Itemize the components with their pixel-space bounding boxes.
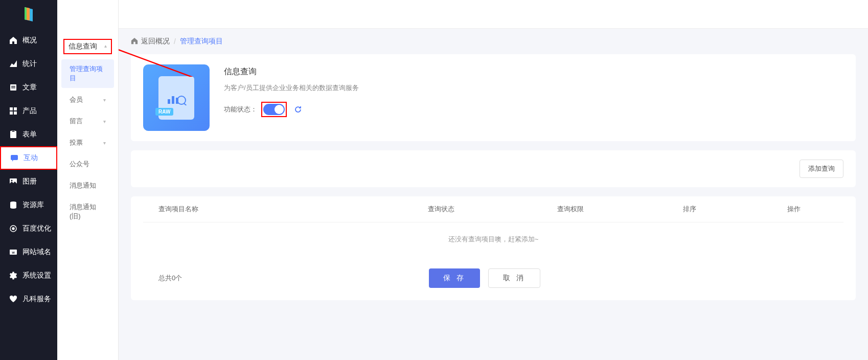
breadcrumb-current: 管理查询项目 — [180, 37, 223, 46]
svg-rect-8 — [12, 130, 15, 132]
home-icon — [9, 36, 17, 44]
sub-item-label: 投票 — [70, 138, 83, 147]
sub-item-member[interactable]: 会员 ▾ — [61, 90, 114, 109]
chart-icon — [9, 60, 17, 68]
nav-service[interactable]: 凡科服务 — [0, 287, 57, 311]
nav-stats[interactable]: 统计 — [0, 52, 57, 76]
svg-line-21 — [184, 103, 187, 105]
sub-sidebar-header[interactable]: 信息查询 ▾ — [63, 39, 112, 54]
logo — [0, 0, 57, 29]
topbar — [119, 0, 868, 29]
nav-seo[interactable]: 百度优化 — [0, 217, 57, 240]
www-icon: W — [9, 248, 17, 256]
chevron-down-icon: ▾ — [103, 140, 106, 146]
svg-rect-4 — [14, 107, 17, 110]
refresh-icon[interactable] — [294, 105, 303, 114]
chevron-up-icon: ▾ — [104, 44, 107, 50]
sub-item-wechat[interactable]: 公众号 — [61, 154, 114, 174]
nav-label: 统计 — [22, 59, 37, 69]
nav-label: 产品 — [22, 106, 37, 116]
nav-overview[interactable]: 概况 — [0, 29, 57, 52]
breadcrumb-back[interactable]: 返回概况 — [141, 37, 170, 46]
action-bar: 添加查询 — [131, 150, 856, 187]
info-title: 信息查询 — [224, 66, 843, 77]
svg-point-14 — [12, 228, 14, 230]
svg-rect-18 — [172, 96, 174, 104]
heart-icon — [9, 295, 17, 303]
sub-item-manage-query[interactable]: 管理查询项目 — [61, 59, 114, 88]
svg-rect-6 — [14, 111, 17, 115]
nav-resource[interactable]: 资源库 — [0, 193, 57, 217]
table-empty: 还没有查询项目噢，赶紧添加~ — [143, 222, 843, 256]
table-total: 总共0个 — [158, 274, 182, 283]
gear-icon — [9, 272, 17, 280]
nav-label: 图册 — [22, 177, 37, 186]
nav-interact[interactable]: 互动 — [0, 146, 57, 170]
sub-item-label: 消息通知(旧) — [70, 202, 106, 221]
home-icon — [131, 37, 138, 46]
sub-item-vote[interactable]: 投票 ▾ — [61, 133, 114, 152]
nav-label: 凡科服务 — [22, 295, 51, 304]
th-status: 查询状态 — [377, 205, 506, 214]
nav-settings[interactable]: 系统设置 — [0, 264, 57, 287]
nav-label: 表单 — [22, 130, 37, 139]
nav-label: 系统设置 — [22, 271, 51, 280]
svg-rect-17 — [168, 99, 170, 104]
svg-rect-2 — [11, 87, 15, 88]
breadcrumb: 返回概况 / 管理查询项目 — [119, 29, 868, 54]
doc-icon — [9, 83, 17, 92]
nav-label: 百度优化 — [22, 224, 51, 233]
sub-item-label: 管理查询项目 — [70, 64, 106, 83]
cancel-button[interactable]: 取 消 — [488, 268, 540, 288]
info-desc: 为客户/员工提供企业业务相关的数据查询服务 — [224, 83, 843, 93]
chat-icon — [10, 154, 18, 162]
nav-form[interactable]: 表单 — [0, 123, 57, 146]
logo-icon — [22, 7, 35, 21]
nav-label: 资源库 — [22, 200, 44, 210]
grid-icon — [9, 107, 17, 115]
sidebar-primary: 概况 统计 文章 产品 表单 互动 图册 资源库 — [0, 0, 57, 360]
th-name: 查询项目名称 — [143, 205, 377, 214]
nav-label: 概况 — [22, 36, 37, 45]
status-label: 功能状态： — [224, 105, 257, 114]
form-icon — [9, 130, 17, 139]
doc-badge: RAW — [155, 108, 173, 116]
breadcrumb-sep: / — [174, 37, 176, 46]
sub-item-notify-old[interactable]: 消息通知(旧) — [61, 197, 114, 226]
main-content: 返回概况 / 管理查询项目 RAW 信息查询 为客户/员工提供企业业务相关的数据… — [119, 0, 868, 360]
th-action: 操作 — [744, 205, 843, 214]
table-card: 查询项目名称 查询状态 查询权限 排序 操作 还没有查询项目噢，赶紧添加~ 总共… — [131, 196, 856, 300]
svg-rect-9 — [11, 155, 18, 160]
target-icon — [9, 224, 17, 233]
add-query-button[interactable]: 添加查询 — [800, 160, 843, 178]
nav-article[interactable]: 文章 — [0, 76, 57, 99]
image-icon — [9, 177, 17, 186]
nav-domain[interactable]: W 网站域名 — [0, 240, 57, 264]
nav-label: 互动 — [24, 153, 38, 163]
nav-product[interactable]: 产品 — [0, 99, 57, 123]
save-button[interactable]: 保 存 — [429, 268, 480, 288]
svg-point-11 — [11, 180, 13, 182]
status-toggle[interactable] — [263, 104, 285, 115]
table-header: 查询项目名称 查询状态 查询权限 排序 操作 — [143, 196, 843, 222]
nav-gallery[interactable]: 图册 — [0, 170, 57, 193]
th-permission: 查询权限 — [506, 205, 635, 214]
chevron-down-icon: ▾ — [103, 97, 106, 103]
feature-icon: RAW — [143, 64, 210, 131]
chevron-down-icon: ▾ — [103, 119, 106, 124]
svg-rect-3 — [10, 107, 13, 110]
sub-item-message[interactable]: 留言 ▾ — [61, 111, 114, 131]
svg-text:W: W — [12, 251, 15, 254]
sub-item-label: 会员 — [70, 95, 83, 104]
nav-label: 文章 — [22, 83, 37, 92]
sub-item-notify[interactable]: 消息通知 — [61, 176, 114, 195]
nav-label: 网站域名 — [22, 248, 51, 257]
sub-header-label: 信息查询 — [68, 42, 97, 51]
info-card: RAW 信息查询 为客户/员工提供企业业务相关的数据查询服务 功能状态： — [131, 54, 856, 141]
th-sort: 排序 — [635, 205, 744, 214]
sub-item-label: 消息通知 — [70, 181, 96, 190]
database-icon — [9, 201, 17, 209]
svg-rect-1 — [11, 86, 15, 87]
sidebar-secondary: 信息查询 ▾ 管理查询项目 会员 ▾ 留言 ▾ 投票 ▾ 公众号 消息通知 消息… — [57, 0, 119, 360]
sub-item-label: 留言 — [70, 117, 83, 126]
